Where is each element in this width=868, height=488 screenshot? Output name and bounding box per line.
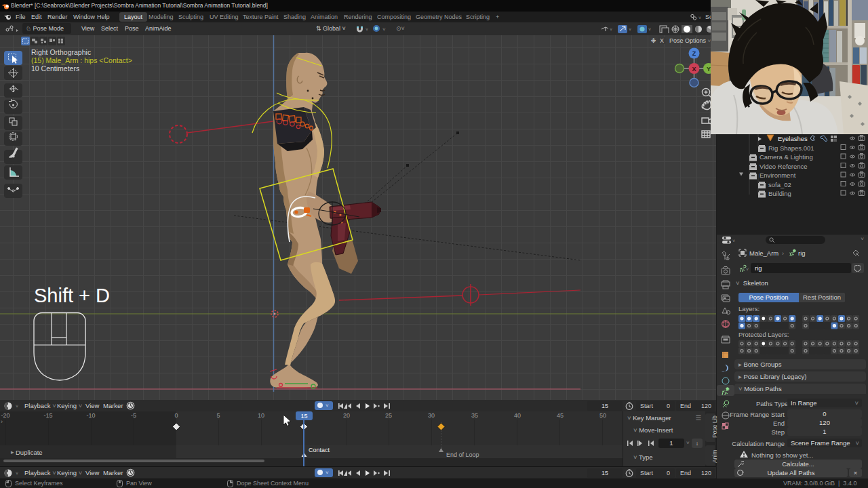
svg-text:›: ›	[782, 250, 784, 257]
svg-text:Camera & Lighting: Camera & Lighting	[760, 153, 813, 161]
svg-text:Environment: Environment	[760, 171, 796, 179]
svg-text:35: 35	[471, 412, 478, 419]
svg-text:˅: ˅	[648, 27, 651, 32]
svg-text:Rig Shapes.001: Rig Shapes.001	[768, 144, 814, 152]
svg-text:5: 5	[216, 412, 220, 419]
svg-text:Z: Z	[692, 50, 696, 57]
svg-text:10: 10	[258, 412, 264, 419]
svg-text:˅: ˅	[629, 27, 631, 32]
svg-text:˅: ˅	[746, 267, 749, 272]
svg-text:rig: rig	[798, 249, 806, 257]
svg-text:-5: -5	[131, 412, 136, 419]
svg-text:20: 20	[343, 412, 350, 419]
svg-text:˅: ˅	[16, 471, 18, 476]
svg-text:X: X	[692, 66, 696, 73]
svg-text:-10: -10	[86, 412, 95, 419]
svg-text:▸: ▸	[11, 449, 14, 455]
svg-text:˅: ˅	[366, 27, 368, 32]
svg-text:40: 40	[514, 412, 521, 419]
svg-text:50: 50	[599, 412, 606, 419]
svg-text:45: 45	[557, 412, 564, 419]
svg-text:Eyelashes: Eyelashes	[778, 135, 808, 142]
svg-text:15: 15	[300, 413, 307, 420]
svg-text:25: 25	[385, 412, 392, 419]
svg-text:Contact: Contact	[309, 447, 330, 453]
svg-text:˅: ˅	[16, 404, 18, 409]
svg-text:0: 0	[174, 412, 178, 419]
svg-text:˅: ˅	[610, 27, 612, 32]
svg-text:˅: ˅	[698, 16, 701, 20]
svg-text:End of Loop: End of Loop	[446, 451, 479, 458]
svg-text:Video Reference: Video Reference	[760, 163, 808, 170]
svg-text:Building: Building	[768, 190, 791, 197]
svg-text:Duplicate: Duplicate	[16, 449, 43, 456]
svg-text:30: 30	[428, 412, 435, 419]
svg-text:Male_Arm: Male_Arm	[749, 249, 778, 257]
svg-text:˅: ˅	[732, 239, 735, 243]
svg-text:sofa_02: sofa_02	[768, 181, 791, 188]
svg-text:-15: -15	[43, 412, 52, 419]
svg-text:˅: ˅	[382, 26, 386, 33]
